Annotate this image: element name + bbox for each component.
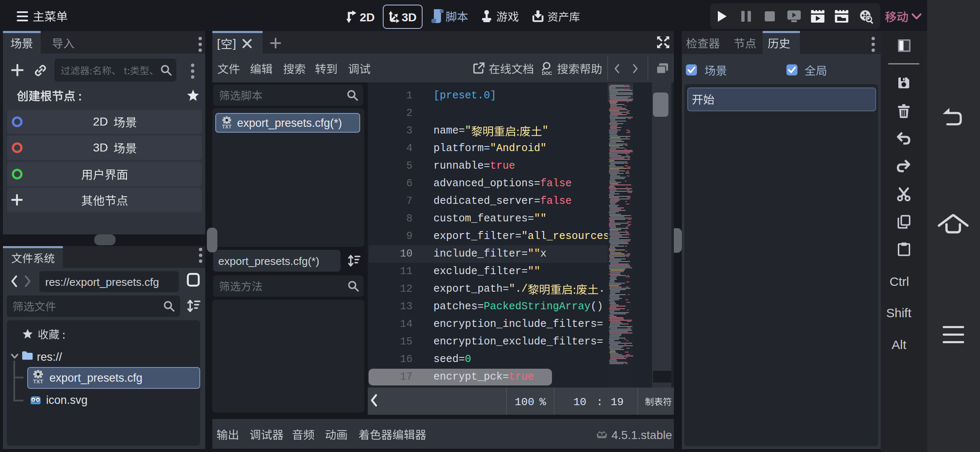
svg-text:DOC: DOC	[542, 71, 552, 76]
svg-text:TXT: TXT	[33, 378, 44, 385]
svg-text:TXT: TXT	[222, 124, 232, 130]
